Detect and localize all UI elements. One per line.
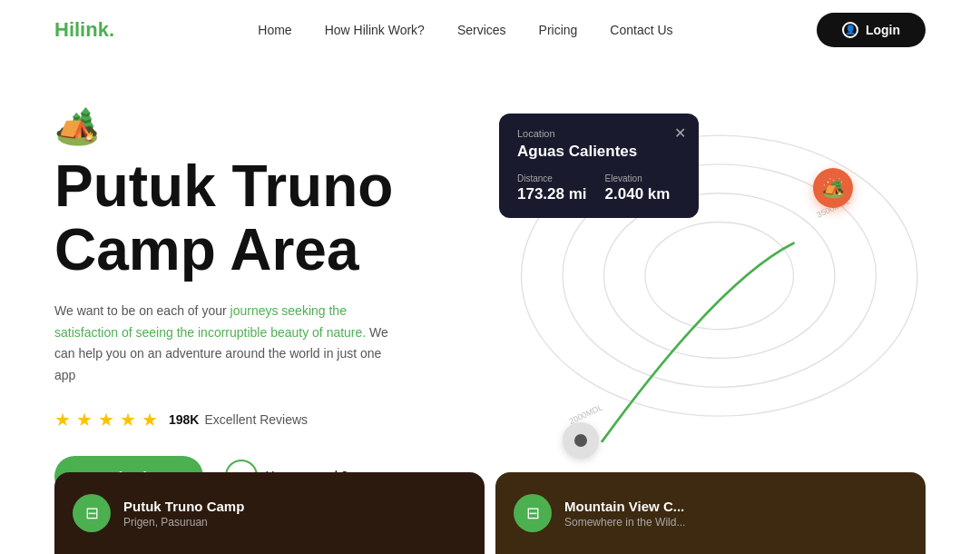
distance-label: Distance: [517, 173, 587, 183]
hero-left: 🏕️ Putuk Truno Camp Area We want to be o…: [54, 95, 472, 497]
hero-title: Putuk Truno Camp Area: [54, 154, 472, 282]
nav-links: Home How Hilink Work? Services Pricing C…: [258, 22, 672, 38]
location-name: Aguas Calientes: [517, 143, 681, 161]
nav-item-services[interactable]: Services: [457, 22, 506, 38]
review-count: 198K: [169, 412, 199, 427]
map-pin-bottom[interactable]: [563, 422, 599, 459]
elevation-label: Elevation: [605, 173, 671, 183]
camp-icon: 🏕️: [54, 104, 472, 147]
nav-item-contact[interactable]: Contact Us: [610, 22, 672, 38]
location-stats: Distance 173.28 mi Elevation 2.040 km: [517, 173, 681, 203]
logo-link: link: [74, 18, 109, 41]
pin-inner: [574, 434, 587, 447]
card-title-1: Putuk Truno Camp: [123, 499, 244, 514]
pin-circle-top: 🏕️: [813, 168, 853, 208]
bottom-card-2[interactable]: ⊟ Mountain View C... Somewhere in the Wi…: [495, 472, 926, 554]
logo[interactable]: Hilink.: [54, 18, 114, 42]
card-title-2: Mountain View C...: [564, 499, 685, 514]
star-2: ★: [76, 409, 93, 430]
distance-stat: Distance 173.28 mi: [517, 173, 587, 203]
distance-value: 173.28 mi: [517, 185, 587, 203]
map-pin-top[interactable]: 🏕️: [813, 168, 853, 208]
logo-dot: .: [109, 18, 114, 41]
bottom-cards: ⊟ Putuk Truno Camp Prigen, Pasuruan ⊟ Mo…: [0, 472, 980, 554]
card-subtitle-1: Prigen, Pasuruan: [123, 516, 244, 529]
user-icon: 👤: [842, 22, 858, 38]
elevation-value: 2.040 km: [605, 185, 671, 203]
hero-map: 3500MDL 2000MDL ✕ Location Aguas Calient…: [472, 95, 926, 531]
nav-item-home[interactable]: Home: [258, 22, 291, 38]
hero-description: We want to be on each of your journeys s…: [54, 301, 399, 387]
review-label: Excellent Reviews: [204, 412, 308, 427]
card-icon-2: ⊟: [514, 494, 552, 532]
star-4: ★: [120, 409, 136, 430]
logo-hi: Hi: [54, 18, 74, 41]
card-subtitle-2: Somewhere in the Wild...: [564, 516, 685, 529]
login-button[interactable]: 👤 Login: [817, 13, 926, 47]
star-3: ★: [98, 409, 114, 430]
bottom-card-1[interactable]: ⊟ Putuk Truno Camp Prigen, Pasuruan: [54, 472, 485, 554]
stars-row: ★ ★ ★ ★ ★ 198K Excellent Reviews: [54, 409, 472, 430]
svg-point-3: [645, 223, 794, 330]
nav-item-how[interactable]: How Hilink Work?: [325, 22, 425, 38]
elevation-stat: Elevation 2.040 km: [605, 173, 671, 203]
location-label: Location: [517, 128, 681, 139]
card-icon-1: ⊟: [73, 494, 111, 532]
navbar: Hilink. Home How Hilink Work? Services P…: [0, 0, 980, 59]
star-1: ★: [54, 409, 71, 430]
close-button[interactable]: ✕: [674, 124, 686, 142]
card-info-2: Mountain View C... Somewhere in the Wild…: [564, 499, 685, 529]
card-info-1: Putuk Truno Camp Prigen, Pasuruan: [123, 499, 244, 529]
star-5: ★: [142, 409, 158, 430]
nav-item-pricing[interactable]: Pricing: [539, 22, 578, 38]
hero-section: 🏕️ Putuk Truno Camp Area We want to be o…: [0, 59, 980, 495]
location-card: ✕ Location Aguas Calientes Distance 173.…: [499, 114, 699, 218]
pin-dot-bottom: [563, 422, 599, 459]
